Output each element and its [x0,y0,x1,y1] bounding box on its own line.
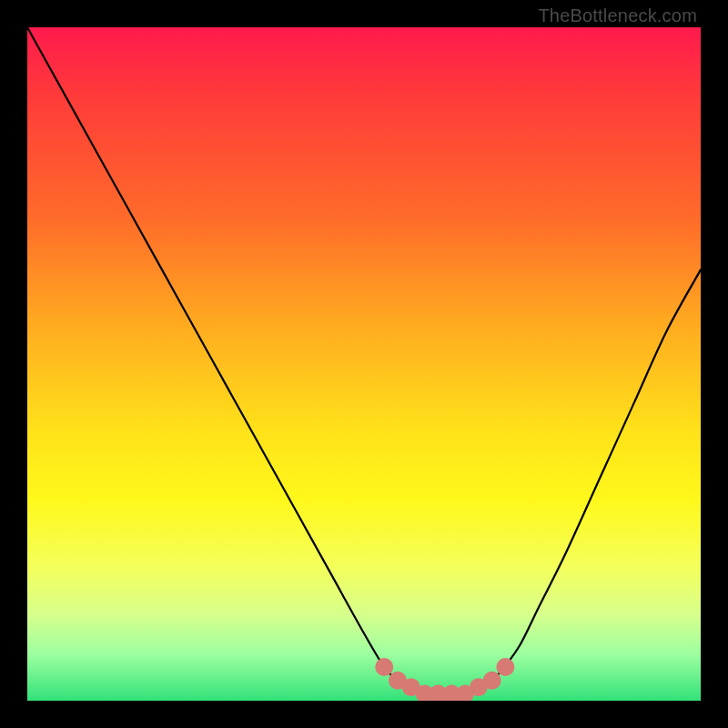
bottleneck-curve-line [27,27,701,695]
attribution-label: TheBottleneck.com [538,5,697,26]
chart-container: TheBottleneck.com [0,0,728,728]
plot-area [27,27,701,701]
highlight-marker [483,672,501,690]
chart-svg [27,27,701,701]
highlight-markers [375,658,514,701]
highlight-marker [375,658,393,676]
highlight-marker [496,658,514,676]
